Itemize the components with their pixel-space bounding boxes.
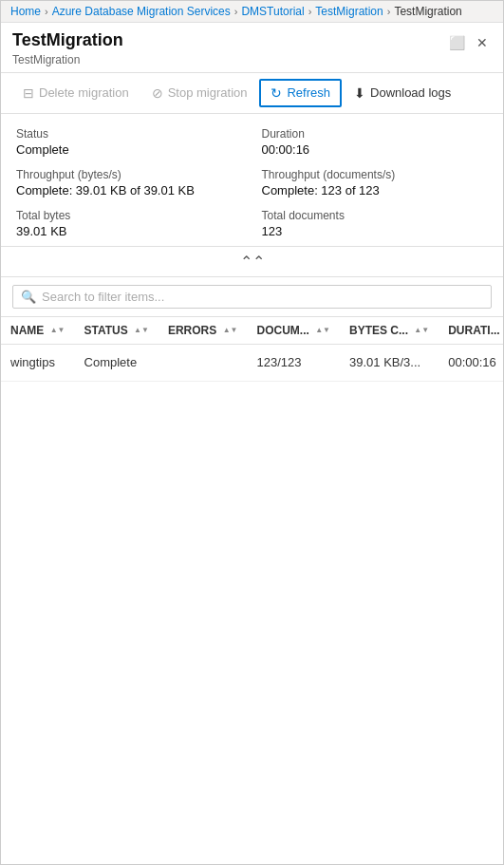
breadcrumb-sep-4: ›: [387, 6, 391, 17]
breadcrumb-testmigration-parent[interactable]: TestMigration: [315, 5, 383, 18]
stats-section: Status Complete Duration 00:00:16 Throug…: [1, 114, 503, 247]
duration-value: 00:00:16: [262, 142, 489, 157]
sort-name-icon: ▲▼: [50, 327, 65, 334]
download-icon: ⬇: [354, 85, 365, 101]
download-logs-label: Download logs: [370, 85, 451, 100]
total-docs-label: Total documents: [262, 209, 489, 222]
col-status[interactable]: STATUS ▲▼: [75, 317, 159, 345]
throughput-bytes-value: Complete: 39.01 KB of 39.01 KB: [16, 183, 243, 197]
page-header-right: ⬜ ✕: [445, 32, 492, 53]
col-errors[interactable]: ERRORS ▲▼: [159, 317, 248, 345]
stat-status: Status Complete: [16, 127, 243, 157]
table-body: wingtips Complete 123/123 39.01 KB/3... …: [1, 344, 504, 381]
cell-name: wingtips: [1, 344, 75, 381]
status-value: Complete: [16, 142, 243, 157]
restore-window-button[interactable]: ⬜: [445, 32, 469, 53]
throughput-docs-value: Complete: 123 of 123: [262, 183, 489, 197]
search-input[interactable]: [42, 290, 483, 304]
data-table-container: NAME ▲▼ STATUS ▲▼ ERRORS ▲▼ DOCUM... ▲▼ …: [1, 317, 503, 382]
table-row: wingtips Complete 123/123 39.01 KB/3... …: [1, 344, 504, 381]
stop-icon: ⊘: [152, 85, 163, 101]
data-table: NAME ▲▼ STATUS ▲▼ ERRORS ▲▼ DOCUM... ▲▼ …: [1, 317, 504, 382]
toolbar: ⊟ Delete migration ⊘ Stop migration ↻ Re…: [1, 73, 503, 114]
delete-icon: ⊟: [23, 85, 34, 101]
col-name[interactable]: NAME ▲▼: [1, 317, 75, 345]
stop-migration-label: Stop migration: [168, 85, 248, 100]
stat-duration: Duration 00:00:16: [262, 127, 489, 157]
breadcrumb-dms[interactable]: Azure Database Migration Services: [52, 5, 231, 18]
col-documents-label: DOCUM...: [256, 324, 308, 337]
throughput-docs-label: Throughput (documents/s): [262, 168, 489, 181]
collapse-button[interactable]: ⌃⌃: [231, 251, 274, 273]
search-icon: 🔍: [21, 290, 36, 304]
breadcrumb: Home › Azure Database Migration Services…: [1, 1, 503, 23]
search-bar: 🔍: [1, 277, 503, 317]
col-duration[interactable]: DURATI... ▲▼: [439, 317, 504, 345]
cell-status: Complete: [75, 344, 159, 381]
col-name-label: NAME: [10, 324, 44, 337]
stat-total-bytes: Total bytes 39.01 KB: [16, 209, 243, 238]
breadcrumb-sep-3: ›: [308, 6, 312, 17]
delete-migration-label: Delete migration: [39, 85, 129, 100]
col-documents[interactable]: DOCUM... ▲▼: [247, 317, 340, 345]
collapse-row: ⌃⌃: [1, 247, 503, 277]
cell-errors: [159, 344, 248, 381]
col-bytes[interactable]: BYTES C... ▲▼: [340, 317, 439, 345]
page-header-left: TestMigration TestMigration: [12, 30, 123, 66]
stop-migration-button[interactable]: ⊘ Stop migration: [141, 80, 258, 106]
cell-bytes: 39.01 KB/3...: [340, 344, 439, 381]
total-docs-value: 123: [262, 224, 489, 238]
col-bytes-label: BYTES C...: [349, 324, 408, 337]
sort-documents-icon: ▲▼: [315, 327, 330, 334]
duration-label: Duration: [262, 127, 489, 141]
breadcrumb-home[interactable]: Home: [10, 5, 41, 18]
breadcrumb-dmstutorial[interactable]: DMSTutorial: [241, 5, 304, 18]
breadcrumb-sep-2: ›: [234, 6, 238, 17]
sort-errors-icon: ▲▼: [223, 327, 238, 334]
sort-bytes-icon: ▲▼: [414, 327, 429, 334]
page-header: TestMigration TestMigration ⬜ ✕: [1, 23, 503, 73]
col-duration-label: DURATI...: [448, 324, 499, 337]
cell-duration: 00:00:16: [439, 344, 504, 381]
search-input-wrap: 🔍: [12, 285, 492, 309]
close-window-button[interactable]: ✕: [473, 32, 492, 53]
table-header-row: NAME ▲▼ STATUS ▲▼ ERRORS ▲▼ DOCUM... ▲▼ …: [1, 317, 504, 345]
sort-status-icon: ▲▼: [134, 327, 149, 334]
col-errors-label: ERRORS: [168, 324, 216, 337]
refresh-icon: ↻: [271, 85, 282, 101]
stat-total-docs: Total documents 123: [262, 209, 489, 238]
delete-migration-button[interactable]: ⊟ Delete migration: [12, 80, 140, 106]
stat-throughput-docs: Throughput (documents/s) Complete: 123 o…: [262, 168, 489, 197]
page-subtitle: TestMigration: [12, 53, 123, 66]
throughput-bytes-label: Throughput (bytes/s): [16, 168, 243, 181]
breadcrumb-current: TestMigration: [394, 5, 461, 18]
col-status-label: STATUS: [84, 324, 128, 337]
total-bytes-label: Total bytes: [16, 209, 243, 222]
total-bytes-value: 39.01 KB: [16, 224, 243, 238]
stat-throughput-bytes: Throughput (bytes/s) Complete: 39.01 KB …: [16, 168, 243, 197]
table-header: NAME ▲▼ STATUS ▲▼ ERRORS ▲▼ DOCUM... ▲▼ …: [1, 317, 504, 345]
refresh-button[interactable]: ↻ Refresh: [259, 79, 342, 107]
stats-grid: Status Complete Duration 00:00:16 Throug…: [16, 127, 488, 238]
refresh-label: Refresh: [287, 85, 330, 100]
status-label: Status: [16, 127, 243, 141]
download-logs-button[interactable]: ⬇ Download logs: [344, 80, 461, 106]
breadcrumb-sep-1: ›: [45, 6, 48, 17]
page-title: TestMigration: [12, 30, 123, 51]
cell-documents: 123/123: [247, 344, 340, 381]
